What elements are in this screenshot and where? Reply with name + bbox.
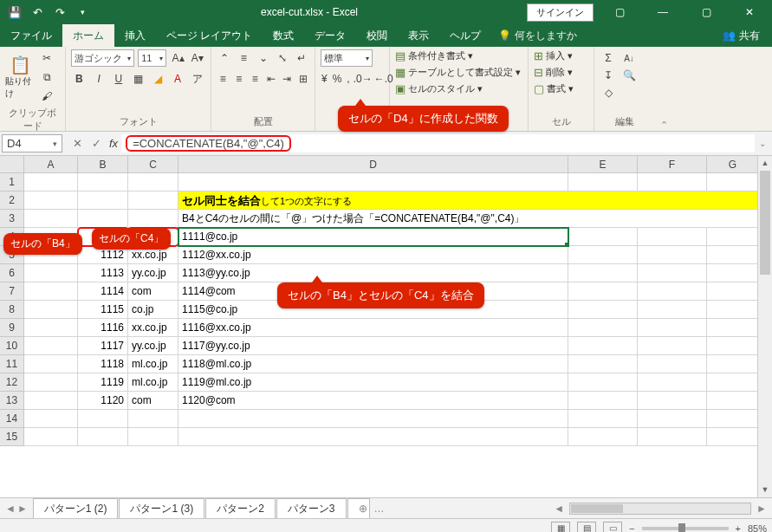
sheet-overflow-icon[interactable]: … [374,503,385,515]
col-header-C[interactable]: C [128,156,178,172]
fx-icon[interactable]: fx [109,137,118,150]
wrap-text-icon[interactable]: ↵ [294,49,309,67]
cell[interactable] [78,410,128,428]
find-select-icon[interactable]: 🔍 [620,67,638,84]
cell[interactable] [24,410,78,428]
col-header-F[interactable]: F [638,156,707,172]
zoom-out-icon[interactable]: − [629,523,634,533]
currency-icon[interactable]: ¥ [321,70,328,88]
cell[interactable]: 1117@yy.co.jp [178,337,568,355]
align-right-icon[interactable]: ≡ [249,70,262,88]
cell[interactable]: 1116 [78,319,128,337]
font-size-combo[interactable]: 11▾ [138,49,166,67]
cell[interactable]: 1117 [78,337,128,355]
cell[interactable] [568,301,638,319]
row-header[interactable]: 15 [0,428,24,446]
orientation-icon[interactable]: ⤡ [275,49,290,67]
align-middle-icon[interactable]: ≡ [236,49,251,67]
cell[interactable] [24,319,78,337]
cell[interactable] [707,337,759,355]
cell[interactable] [707,264,759,282]
cell[interactable] [178,428,568,446]
cell[interactable] [707,246,759,264]
row-header[interactable]: 13 [0,392,24,410]
cell[interactable]: 1114 [78,282,128,301]
cell[interactable] [568,428,638,446]
phonetic-guide-icon[interactable]: ア [189,70,205,88]
collapse-ribbon-icon[interactable]: ⌃ [655,47,672,131]
cell[interactable] [638,264,707,282]
row-header[interactable]: 1 [0,173,24,191]
scroll-down-icon[interactable]: ▼ [758,483,772,497]
cell[interactable] [24,428,78,446]
cell[interactable]: 1119@ml.co.jp [178,373,568,392]
cell[interactable] [638,337,707,355]
row-header[interactable]: 2 [0,191,24,210]
undo-icon[interactable]: ↶ [28,3,47,22]
row-header[interactable]: 3 [0,210,24,228]
col-header-A[interactable]: A [24,156,78,172]
align-left-icon[interactable]: ≡ [217,70,230,88]
insert-cells-button[interactable]: ⊞挿入 ▾ [534,49,588,62]
format-cells-button[interactable]: ▢書式 ▾ [534,82,588,95]
tab-view[interactable]: 表示 [398,24,439,47]
vertical-scrollbar[interactable]: ▲ ▼ [757,156,772,497]
cell[interactable]: 1112@xx.co.jp [178,246,568,264]
fill-icon[interactable]: ↧ [600,67,617,84]
cell[interactable] [78,428,128,446]
cell[interactable]: yy.co.jp [128,337,178,355]
cell[interactable] [128,191,178,210]
cell[interactable] [78,210,128,228]
cell[interactable] [568,337,638,355]
percent-icon[interactable]: % [332,70,343,88]
autosum-icon[interactable]: Σ [600,49,617,67]
cell[interactable] [707,228,759,246]
cell[interactable] [128,410,178,428]
cell[interactable] [638,173,707,191]
cut-icon[interactable]: ✂ [38,49,55,67]
cell[interactable] [568,246,638,264]
cell[interactable] [568,282,638,301]
cancel-formula-icon[interactable]: ✕ [68,134,87,152]
cell[interactable]: 1120@com [178,392,568,410]
scroll-up-icon[interactable]: ▲ [758,156,772,171]
cell[interactable] [707,301,759,319]
cell[interactable] [24,355,78,373]
cell[interactable] [638,282,707,301]
decrease-indent-icon[interactable]: ⇤ [265,70,278,88]
cell[interactable] [568,373,638,392]
cell[interactable] [568,355,638,373]
new-sheet-icon[interactable]: ⊕ [347,498,370,518]
hscroll-right-icon[interactable]: ► [756,503,767,515]
cell[interactable]: 1113 [78,264,128,282]
cell[interactable]: 1118@ml.co.jp [178,355,568,373]
cell[interactable]: 1118 [78,355,128,373]
cell[interactable] [638,246,707,264]
tab-pagelayout[interactable]: ページ レイアウト [156,24,263,47]
worksheet-grid[interactable]: A B C D E F G 1 2セル同士を結合して1つの文字にする 3B4とC… [0,156,772,497]
cell[interactable] [638,355,707,373]
row-header[interactable]: 10 [0,337,24,355]
cell[interactable] [24,282,78,301]
cell[interactable] [707,355,759,373]
close-icon[interactable]: ✕ [732,0,767,24]
cell[interactable]: com [128,282,178,301]
conditional-format-button[interactable]: ▤条件付き書式 ▾ [395,49,522,62]
hscroll-left-icon[interactable]: ◄ [554,503,564,515]
cell[interactable] [638,228,707,246]
cell[interactable] [568,173,638,191]
redo-icon[interactable]: ↷ [50,3,69,22]
cell[interactable] [24,191,78,210]
cell[interactable] [568,228,638,246]
underline-button[interactable]: U [110,70,127,88]
cell[interactable] [24,373,78,392]
increase-indent-icon[interactable]: ⇥ [281,70,294,88]
zoom-slider-thumb[interactable] [678,523,685,533]
cell[interactable] [638,301,707,319]
cell[interactable] [178,173,568,191]
row-header[interactable]: 8 [0,301,24,319]
share-button[interactable]: 👥 共有 [710,24,772,47]
table-format-button[interactable]: ▦テーブルとして書式設定 ▾ [395,66,522,79]
cell[interactable] [24,173,78,191]
cell[interactable] [707,173,759,191]
